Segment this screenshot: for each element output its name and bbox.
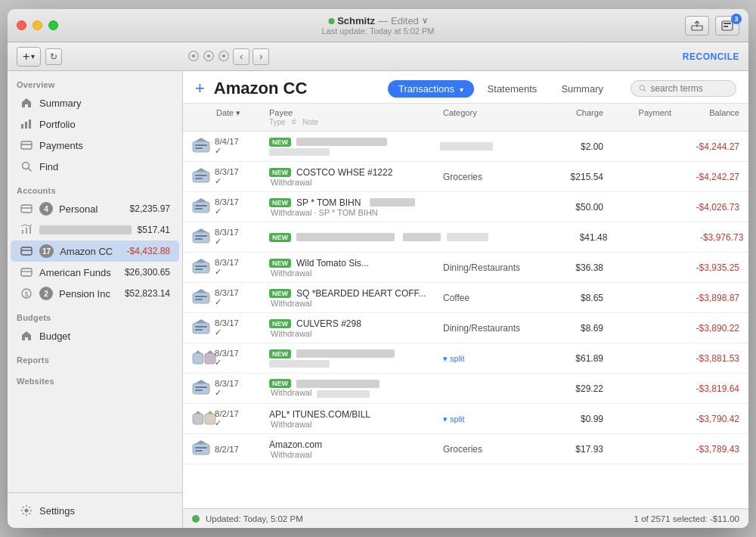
sidebar-item-personal[interactable]: 4 Personal $2,235.97 <box>11 198 179 219</box>
svg-rect-46 <box>195 299 203 300</box>
sidebar-summary-label: Summary <box>39 98 170 109</box>
row-payment <box>610 236 678 239</box>
sync-button[interactable]: 3 <box>715 16 739 36</box>
refresh-button[interactable]: ↻ <box>45 48 62 65</box>
row-date: 8/3/17 ✓ <box>213 285 266 310</box>
table-container[interactable]: 8/4/17 ✓ NEW $2.00 -$4,244.27 <box>183 132 748 508</box>
account2-icon <box>20 223 33 237</box>
pension-badge: 2 <box>39 287 53 300</box>
table-row[interactable]: 8/3/17 ✓ NEWSQ *BEARDED HEART COFF... Wi… <box>183 283 748 313</box>
back-button[interactable]: ‹ <box>233 48 249 65</box>
table-row[interactable]: 8/2/17 Amazon.com Withdrawal Groceries $… <box>183 434 748 464</box>
svg-rect-42 <box>195 268 203 270</box>
sidebar-item-summary[interactable]: Summary <box>11 92 179 113</box>
sidebar-find-label: Find <box>39 161 170 172</box>
forward-button[interactable]: › <box>253 48 269 65</box>
search-input[interactable] <box>650 83 728 94</box>
table-row[interactable]: 8/3/17 ✓ NEW ▾ split $61.89 -$3,881.53 <box>183 343 748 374</box>
svg-marker-44 <box>195 289 207 293</box>
row-category: Dining/Restaurants <box>440 261 538 275</box>
svg-rect-50 <box>195 329 203 331</box>
svg-point-20 <box>25 509 29 513</box>
svg-rect-39 <box>193 262 209 273</box>
american-funds-value: $26,300.65 <box>125 267 170 278</box>
row-charge: $17.93 <box>538 442 606 456</box>
sidebar-item-find[interactable]: Find <box>11 156 179 177</box>
table-row[interactable]: 8/3/17 ✓ NEW $41.48 -$3,976.73 <box>183 222 748 253</box>
table-row[interactable]: 8/3/17 ✓ NEWCULVERS #298 Withdrawal Dini… <box>183 313 748 343</box>
table-row[interactable]: 8/2/17 ✓ APL* ITUNES.COM/BILL Withdrawal… <box>183 404 748 434</box>
row-payment <box>606 357 674 360</box>
sidebar-item-pension[interactable]: $ 2 Pension Inc $52,823.14 <box>11 283 179 304</box>
minimize-button[interactable] <box>33 20 42 30</box>
row-payment <box>606 145 674 148</box>
content-area: + Amazon CC Transactions ▾ Statements Su… <box>183 71 748 528</box>
th-balance: Balance <box>674 107 742 128</box>
row-date: 8/3/17 ✓ <box>213 194 266 219</box>
add-button[interactable]: + ▾ <box>17 47 41 67</box>
window-title: Schmitz — Edited ∨ <box>328 15 428 26</box>
row-category <box>440 387 538 390</box>
tab-summary[interactable]: Summary <box>550 80 614 98</box>
search-icon <box>639 84 646 93</box>
row-icon <box>189 196 213 218</box>
tab-statements[interactable]: Statements <box>477 80 548 98</box>
table-row[interactable]: 8/4/17 ✓ NEW $2.00 -$4,244.27 <box>183 132 748 162</box>
row-balance: -$4,244.27 <box>674 140 742 154</box>
add-transaction-button[interactable]: + <box>195 79 205 98</box>
svg-rect-25 <box>195 144 207 146</box>
row-payee: NEW <box>266 136 440 157</box>
svg-rect-51 <box>193 353 203 364</box>
svg-rect-37 <box>195 235 207 237</box>
table-row[interactable]: 8/3/17 ✓ NEWWild Tomato Sis... Withdrawa… <box>183 253 748 283</box>
find-icon <box>20 160 33 173</box>
settings-icon <box>20 504 33 517</box>
sidebar-item-payments[interactable]: Payments <box>11 135 179 156</box>
svg-rect-47 <box>193 323 209 334</box>
row-charge: $2.00 <box>538 140 606 154</box>
row-balance: -$3,881.53 <box>674 352 742 365</box>
export-button[interactable] <box>685 16 709 36</box>
row-balance: -$3,789.43 <box>674 442 742 456</box>
row-category <box>440 206 538 209</box>
table-row[interactable]: 8/3/17 ✓ NEWSP * TOM BIHN Withdrawal · S… <box>183 192 748 222</box>
sidebar-item-american-funds[interactable]: American Funds $26,300.65 <box>11 262 179 283</box>
row-icon <box>189 287 213 309</box>
row-payee: NEW <box>266 231 444 244</box>
maximize-button[interactable] <box>48 20 58 30</box>
table-row[interactable]: 8/3/17 ✓ NEWCOSTCO WHSE #1222 Withdrawal… <box>183 162 748 192</box>
row-date: 8/3/17 ✓ <box>213 255 266 280</box>
table-row[interactable]: 8/3/17 ✓ NEW Withdrawal $29.22 -$3,819.6… <box>183 374 748 404</box>
sidebar-item-budget[interactable]: Budget <box>11 325 179 346</box>
personal-label: Personal <box>59 203 124 215</box>
sidebar-item-portfolio[interactable]: Portfolio <box>11 113 179 135</box>
row-category: Groceries <box>440 170 538 184</box>
search-box[interactable] <box>631 80 736 97</box>
sidebar-footer: Settings <box>8 492 182 528</box>
reports-section-label: Reports <box>8 346 182 368</box>
row-charge: $50.00 <box>538 200 606 214</box>
row-category: Coffee <box>440 291 538 305</box>
row-balance: -$4,026.73 <box>674 200 742 214</box>
svg-rect-7 <box>29 120 31 129</box>
row-payment <box>606 296 674 300</box>
row-payee: APL* ITUNES.COM/BILL Withdrawal <box>266 408 440 430</box>
pension-value: $52,823.14 <box>125 288 170 299</box>
svg-rect-26 <box>195 147 203 149</box>
th-charge: Charge <box>538 107 606 128</box>
svg-marker-28 <box>195 168 207 172</box>
svg-marker-24 <box>195 138 207 141</box>
row-charge: $215.54 <box>538 170 606 184</box>
title-bar: Schmitz — Edited ∨ Last update: Today at… <box>8 9 748 42</box>
svg-marker-36 <box>195 228 207 232</box>
status-text: Updated: Today, 5:02 PM <box>206 514 303 523</box>
main-window: Schmitz — Edited ∨ Last update: Today at… <box>8 9 748 528</box>
settings-item[interactable]: Settings <box>14 499 176 522</box>
portfolio-icon <box>20 117 33 131</box>
row-icon <box>189 408 213 430</box>
close-button[interactable] <box>17 20 26 30</box>
tab-transactions[interactable]: Transactions ▾ <box>388 80 474 98</box>
reconcile-button[interactable]: RECONCILE <box>683 51 739 62</box>
sidebar-item-amazon-cc[interactable]: 17 Amazon CC -$4,432.88 <box>11 241 179 262</box>
sidebar-item-account2[interactable]: $517.41 <box>11 219 179 241</box>
